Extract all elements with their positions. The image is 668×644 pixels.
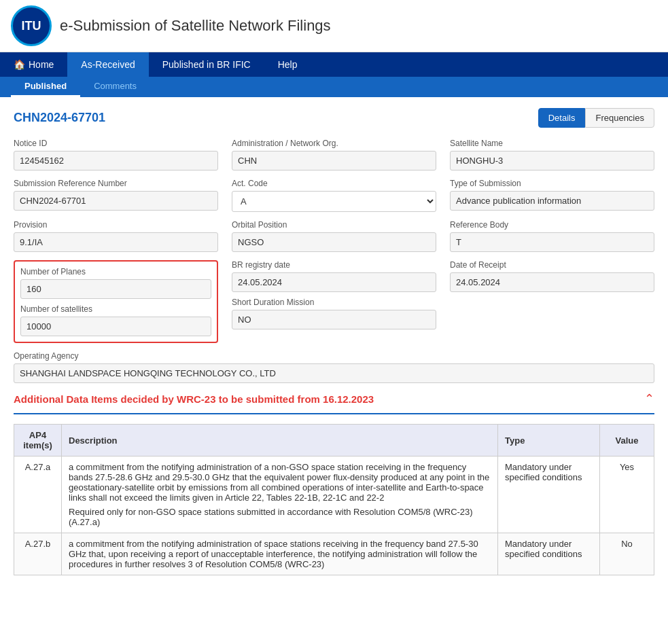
collapse-icon[interactable]: ⌃ — [644, 391, 654, 406]
br-registry-date-label: BR registry date — [232, 260, 436, 270]
cell-value: No — [600, 533, 654, 575]
admin-network-label: Administration / Network Org. — [232, 139, 436, 148]
br-short-col: BR registry date Short Duration Mission — [232, 260, 436, 343]
nav-home[interactable]: 🏠 Home — [0, 52, 67, 77]
nav-published-br-ific[interactable]: Published in BR IFIC — [149, 52, 264, 77]
provision-label: Provision — [14, 220, 218, 230]
satellite-name-group: Satellite Name — [450, 139, 654, 171]
number-of-satellites-group: Number of satellites — [20, 304, 211, 336]
table-row: A.27.aa commitment from the notifying ad… — [14, 457, 654, 533]
orbital-position-input — [232, 232, 436, 252]
logo-text: ITU — [22, 19, 41, 33]
orbital-position-group: Orbital Position — [232, 220, 436, 252]
cell-description: a commitment from the notifying administ… — [62, 533, 498, 575]
notice-id-group: Notice ID — [14, 139, 218, 171]
short-duration-input — [232, 310, 436, 329]
date-of-receipt-input — [450, 272, 654, 292]
planes-satellites-box: Number of Planes Number of satellites — [14, 260, 218, 343]
main-nav: 🏠 Home As-Received Published in BR IFIC … — [0, 52, 668, 77]
act-code-label: Act. Code — [232, 179, 436, 188]
home-icon: 🏠 — [14, 59, 25, 70]
reference-body-group: Reference Body — [450, 220, 654, 252]
nav-help[interactable]: Help — [264, 52, 311, 77]
short-duration-group: Short Duration Mission — [232, 298, 436, 329]
additional-data-header: Additional Data Items decided by WRC-23 … — [14, 391, 654, 406]
br-registry-date-input — [232, 272, 436, 292]
reference-body-input — [450, 232, 654, 252]
table-row: A.27.ba commitment from the notifying ad… — [14, 533, 654, 575]
short-duration-label: Short Duration Mission — [232, 298, 436, 307]
operating-agency-label: Operating Agency — [14, 351, 654, 361]
col-header-value: Value — [600, 425, 654, 457]
submission-ref-group: Submission Reference Number — [14, 179, 218, 212]
type-submission-label: Type of Submission — [450, 179, 654, 188]
page-title-row: CHN2024-67701 Details Frequencies — [14, 108, 654, 128]
nav-as-received[interactable]: As-Received — [67, 52, 148, 77]
provision-group: Provision — [14, 220, 218, 252]
cell-type: Mandatory under specified conditions — [498, 457, 600, 533]
notice-id-label: Notice ID — [14, 139, 218, 148]
cell-description: a commitment from the notifying administ… — [62, 457, 498, 533]
operating-agency-group: Operating Agency — [14, 351, 654, 383]
notice-id-input — [14, 151, 218, 171]
satellite-name-label: Satellite Name — [450, 139, 654, 148]
frequencies-button[interactable]: Frequencies — [585, 108, 654, 128]
reference-body-label: Reference Body — [450, 220, 654, 230]
sub-nav-comments[interactable]: Comments — [80, 77, 150, 97]
admin-network-group: Administration / Network Org. — [232, 139, 436, 171]
cell-ap4: A.27.b — [14, 533, 62, 575]
cell-ap4: A.27.a — [14, 457, 62, 533]
type-submission-group: Type of Submission — [450, 179, 654, 212]
cell-type: Mandatory under specified conditions — [498, 533, 600, 575]
form-grid: Notice ID Administration / Network Org. … — [14, 139, 654, 343]
act-code-group: Act. Code A — [232, 179, 436, 212]
page-title: CHN2024-67701 — [14, 111, 105, 125]
admin-network-input — [232, 151, 436, 171]
header: ITU e-Submission of Satellite Network Fi… — [0, 0, 668, 52]
number-of-planes-group: Number of Planes — [20, 267, 211, 299]
additional-data-table: AP4 item(s) Description Type Value A.27.… — [14, 424, 654, 575]
submission-ref-label: Submission Reference Number — [14, 179, 218, 188]
date-of-receipt-label: Date of Receipt — [450, 260, 654, 270]
col-header-type: Type — [498, 425, 600, 457]
details-button[interactable]: Details — [538, 108, 586, 128]
main-content: CHN2024-67701 Details Frequencies Notice… — [0, 97, 668, 586]
satellite-name-input — [450, 151, 654, 171]
cell-value: Yes — [600, 457, 654, 533]
number-of-planes-label: Number of Planes — [20, 267, 211, 276]
date-of-receipt-group: Date of Receipt — [450, 260, 654, 343]
col-header-ap4: AP4 item(s) — [14, 425, 62, 457]
number-of-satellites-label: Number of satellites — [20, 304, 211, 314]
view-toggle: Details Frequencies — [538, 108, 654, 128]
sub-nav: Published Comments — [0, 77, 668, 97]
type-submission-input — [450, 191, 654, 211]
number-of-satellites-input — [20, 317, 211, 336]
col-header-description: Description — [62, 425, 498, 457]
additional-data-title: Additional Data Items decided by WRC-23 … — [14, 393, 374, 405]
sub-nav-published[interactable]: Published — [11, 77, 80, 97]
number-of-planes-input — [20, 279, 211, 299]
provision-input — [14, 232, 218, 252]
operating-agency-input — [14, 363, 654, 383]
submission-ref-input — [14, 191, 218, 211]
orbital-position-label: Orbital Position — [232, 220, 436, 230]
section-divider — [14, 413, 654, 414]
app-title: e-Submission of Satellite Network Filing… — [60, 17, 331, 35]
act-code-select[interactable]: A — [232, 191, 436, 212]
br-registry-date-group: BR registry date — [232, 260, 436, 292]
itu-logo: ITU — [11, 5, 52, 46]
